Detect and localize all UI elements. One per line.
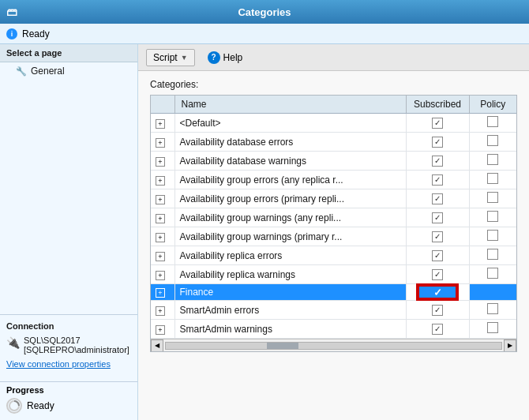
scroll-right-button[interactable]: ▶ [504, 339, 516, 352]
policy-checkbox[interactable] [487, 211, 498, 222]
policy-checkbox[interactable] [487, 192, 498, 203]
policy-checkbox[interactable] [487, 116, 498, 127]
expand-button[interactable]: + [156, 325, 165, 335]
subscribed-checkbox[interactable] [432, 269, 443, 280]
name-cell: Availability group errors (primary repli… [174, 189, 406, 208]
script-button[interactable]: Script ▼ [146, 49, 195, 66]
policy-cell[interactable] [469, 189, 516, 208]
policy-checkbox[interactable] [487, 154, 498, 165]
subscribed-checkbox[interactable] [432, 212, 443, 223]
expand-button[interactable]: + [156, 119, 165, 129]
policy-cell[interactable] [469, 227, 516, 246]
policy-cell[interactable] [469, 133, 516, 152]
policy-checkbox[interactable] [487, 249, 498, 260]
subscribed-checkbox[interactable] [432, 193, 443, 204]
connection-server: SQL\SQL2017 [24, 336, 129, 345]
col-policy-header: Policy [469, 96, 516, 114]
progress-item: Ready [6, 398, 131, 414]
policy-checkbox[interactable] [487, 303, 498, 314]
policy-checkbox[interactable] [487, 173, 498, 184]
subscribed-cell[interactable] [406, 246, 469, 265]
subscribed-cell[interactable]: ✓ [406, 284, 469, 301]
policy-cell[interactable] [469, 171, 516, 189]
expand-cell: + [151, 265, 174, 284]
name-cell: Availability replica warnings [174, 265, 406, 284]
status-bar: i Ready [0, 24, 529, 44]
expand-button[interactable]: + [156, 214, 165, 223]
policy-checkbox[interactable] [487, 322, 498, 333]
subscribed-cell[interactable] [406, 189, 469, 208]
connection-header: Connection [6, 321, 131, 331]
scrollbar-track[interactable] [165, 342, 502, 350]
info-icon: i [6, 28, 17, 39]
subscribed-cell[interactable] [406, 152, 469, 171]
expand-cell: + [151, 246, 174, 265]
policy-cell[interactable] [469, 284, 516, 301]
expand-button[interactable]: + [156, 157, 165, 167]
scroll-left-button[interactable]: ◀ [151, 339, 163, 352]
policy-cell[interactable] [469, 320, 516, 339]
table-row: +Availability database errors [151, 133, 516, 152]
subscribed-checkbox[interactable] [432, 250, 443, 261]
scrollbar-thumb[interactable] [267, 343, 298, 349]
policy-cell[interactable] [469, 301, 516, 320]
help-button[interactable]: ? Help [201, 49, 249, 66]
categories-label: Categories: [150, 79, 517, 90]
dropdown-arrow-icon: ▼ [181, 54, 188, 62]
policy-cell[interactable] [469, 114, 516, 133]
name-cell: <Default> [174, 114, 406, 133]
sidebar: Select a page 🔧 General Connection 🔌 SQL… [0, 44, 138, 420]
subscribed-cell[interactable] [406, 265, 469, 284]
expand-cell: + [151, 208, 174, 227]
subscribed-cell[interactable] [406, 208, 469, 227]
subscribed-checkbox[interactable] [432, 231, 443, 242]
expand-button[interactable]: + [156, 252, 165, 261]
horizontal-scrollbar[interactable]: ◀ ▶ [151, 339, 516, 351]
expand-button[interactable]: + [156, 306, 165, 316]
table-row: +SmartAdmin warnings [151, 320, 516, 339]
connection-section: Connection 🔌 SQL\SQL2017 [SQLREPRO\admin… [0, 314, 137, 381]
table-header-row: Name Subscribed Policy [151, 96, 516, 114]
table-row: +Finance✓ [151, 284, 516, 301]
col-expand [151, 96, 174, 114]
connection-user: [SQLREPRO\administrator] [24, 345, 129, 354]
policy-checkbox[interactable] [487, 268, 498, 279]
name-cell: Availability group errors (any replica r… [174, 171, 406, 189]
progress-header: Progress [6, 385, 131, 395]
view-connection-properties-link[interactable]: View connection properties [6, 356, 131, 375]
subscribed-cell[interactable] [406, 171, 469, 189]
expand-button[interactable]: + [156, 176, 165, 186]
table-row: +Availability group errors (primary repl… [151, 189, 516, 208]
help-icon: ? [208, 51, 220, 64]
subscribed-cell[interactable] [406, 133, 469, 152]
policy-checkbox[interactable] [487, 135, 498, 146]
table-row: +Availability group errors (any replica … [151, 171, 516, 189]
expand-cell: + [151, 152, 174, 171]
subscribed-checkbox[interactable] [432, 156, 443, 167]
expand-button[interactable]: + [156, 138, 165, 148]
subscribed-checkbox[interactable] [432, 137, 443, 148]
subscribed-cell[interactable] [406, 301, 469, 320]
subscribed-cell[interactable] [406, 320, 469, 339]
policy-checkbox[interactable] [487, 230, 498, 241]
table-row: +<Default> [151, 114, 516, 133]
subscribed-checkbox[interactable] [432, 118, 443, 129]
table-row: +Availability group warnings (any repli.… [151, 208, 516, 227]
subscribed-checkbox[interactable] [432, 174, 443, 186]
policy-cell[interactable] [469, 152, 516, 171]
policy-cell[interactable] [469, 265, 516, 284]
subscribed-cell[interactable] [406, 114, 469, 133]
subscribed-checkbox[interactable] [432, 324, 443, 335]
spinner-icon [6, 398, 22, 414]
expand-button[interactable]: + [156, 271, 165, 280]
categories-table-container: Name Subscribed Policy +<Default>+Availa… [150, 95, 517, 352]
expand-button[interactable]: + [156, 233, 165, 242]
col-name-header: Name [174, 96, 406, 114]
subscribed-checkbox[interactable] [432, 305, 443, 316]
sidebar-item-general[interactable]: 🔧 General [0, 62, 137, 80]
policy-cell[interactable] [469, 246, 516, 265]
expand-button[interactable]: + [156, 288, 165, 298]
subscribed-cell[interactable] [406, 227, 469, 246]
policy-cell[interactable] [469, 208, 516, 227]
expand-button[interactable]: + [156, 195, 165, 204]
